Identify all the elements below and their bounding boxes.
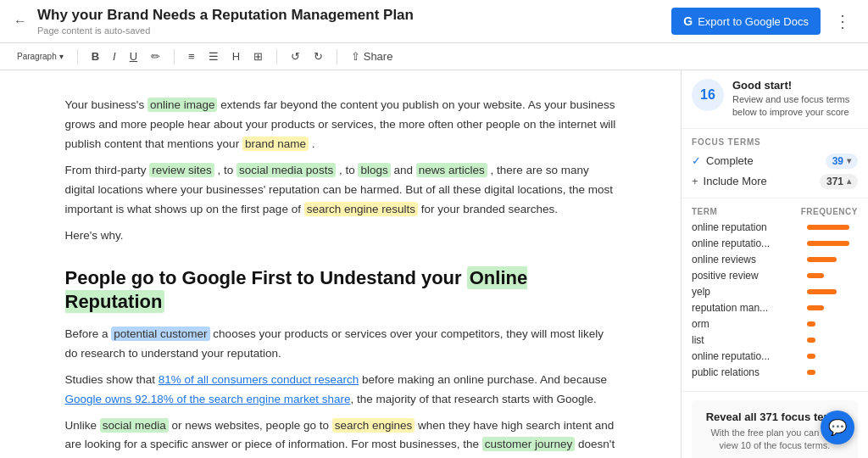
freq-bar [807, 257, 837, 262]
term-name: orm [692, 318, 807, 330]
term-name: online reputation [692, 221, 807, 233]
undo-button[interactable]: ↺ [287, 48, 303, 64]
chat-icon: 💬 [828, 418, 847, 437]
focus-terms-title: FOCUS TERMS [692, 137, 858, 147]
freq-bar-wrap [807, 305, 858, 310]
right-panel: 16 Good start! Review and use focus term… [682, 70, 868, 458]
unordered-list-button[interactable]: ☰ [205, 48, 222, 64]
highlight-customer-journey: customer journey [482, 437, 576, 451]
score-header: 16 Good start! Review and use focus term… [682, 70, 868, 129]
paragraph-label: Paragraph [17, 52, 57, 61]
highlight-social-media-posts: social media posts [236, 163, 336, 177]
term-row: online reputatio... [692, 350, 858, 362]
term-row: positive review [692, 270, 858, 282]
header: ← Why your Brand Needs a Reputation Mana… [0, 0, 868, 43]
score-title: Good start! [732, 79, 858, 92]
freq-bar [807, 321, 815, 327]
highlight-social-media: social media [100, 418, 169, 433]
chat-bubble-button[interactable]: 💬 [821, 411, 854, 444]
image-button[interactable]: ⊞ [250, 48, 266, 64]
toolbar: Paragraph ▾ B I U ✏ ≡ ☰ H ⊞ ↺ ↻ ⇧ Share [0, 43, 868, 70]
freq-bar [807, 354, 815, 359]
highlight-news-articles: news articles [416, 163, 487, 177]
highlight-potential-customer: potential customer [111, 327, 209, 341]
editor-para-1: Your business's online image extends far… [65, 96, 616, 154]
paragraph-dropdown[interactable]: Paragraph ▾ [14, 50, 67, 63]
freq-bar [807, 370, 815, 375]
include-text: Include More [704, 175, 767, 187]
highlight-brand-name-1: brand name [242, 137, 309, 151]
export-button[interactable]: G Export to Google Docs [671, 8, 821, 35]
ordered-list-button[interactable]: ≡ [185, 48, 198, 64]
terms-header: TERM FREQUENCY [692, 207, 858, 216]
freq-bar-wrap [807, 338, 858, 343]
more-options-button[interactable]: ⋮ [831, 8, 854, 35]
term-row: list [692, 334, 858, 346]
editor-para-6: Unlike social media or news websites, pe… [65, 416, 616, 459]
focus-terms-section: FOCUS TERMS ✓ Complete 39 ▾ + Include Mo… [682, 129, 868, 198]
score-desc: Review and use focus terms below to impr… [732, 93, 858, 120]
term-row: online reviews [692, 254, 858, 265]
term-row: online reputatio... [692, 237, 858, 249]
freq-bar-wrap [807, 225, 858, 230]
editor-para-4: Before a potential customer chooses your… [65, 325, 616, 364]
term-row: public relations [692, 366, 858, 378]
bold-button[interactable]: B [88, 48, 103, 64]
complete-count-badge: 39 ▾ [826, 154, 858, 169]
chevron-down-icon: ▾ [847, 156, 851, 165]
export-label: Export to Google Docs [698, 15, 809, 28]
italic-button[interactable]: I [109, 48, 120, 64]
page-title: Why your Brand Needs a Reputation Manage… [37, 7, 661, 24]
plus-icon: + [692, 175, 698, 187]
page-subtitle: Page content is auto-saved [37, 25, 661, 36]
term-row: yelp [692, 286, 858, 298]
include-more-row[interactable]: + Include More 371 ▴ [692, 174, 858, 189]
heading-button[interactable]: H [229, 48, 243, 64]
freq-bar [807, 241, 849, 246]
term-row: orm [692, 318, 858, 330]
complete-row[interactable]: ✓ Complete 39 ▾ [692, 154, 858, 169]
score-text: Good start! Review and use focus terms b… [732, 79, 858, 120]
freq-bar-wrap [807, 370, 858, 375]
freq-bar [807, 305, 824, 310]
editor-para-2: From third-party review sites , to socia… [65, 161, 616, 220]
redo-button[interactable]: ↻ [310, 48, 326, 64]
link-google-market-share[interactable]: Google owns 92.18% of the search engine … [65, 393, 351, 405]
freq-bar-wrap [807, 321, 858, 327]
term-name: online reputatio... [692, 350, 807, 362]
term-name: online reviews [692, 254, 807, 265]
google-icon: G [683, 14, 693, 28]
term-name: positive review [692, 270, 807, 282]
editor-content: Your business's online image extends far… [65, 96, 616, 458]
term-name: public relations [692, 366, 807, 378]
term-name: yelp [692, 286, 807, 298]
freq-bar-wrap [807, 257, 858, 262]
term-name: reputation man... [692, 302, 807, 314]
include-count-badge: 371 ▴ [820, 174, 858, 189]
freq-col-header: FREQUENCY [801, 207, 858, 216]
link-81-percent[interactable]: 81% of all consumers conduct research [159, 373, 359, 386]
highlight-search-engine-results: search engine results [304, 202, 418, 216]
dropdown-icon: ▾ [59, 52, 64, 61]
term-col-header: TERM [692, 207, 717, 216]
freq-bar-wrap [807, 241, 858, 246]
highlight-review-sites: review sites [149, 163, 214, 177]
highlight-online-image: online image [147, 98, 218, 112]
editor-area[interactable]: Your business's online image extends far… [0, 70, 682, 458]
term-row: reputation man... [692, 302, 858, 314]
freq-bar [807, 225, 849, 230]
freq-bar-wrap [807, 354, 858, 359]
freq-bar [807, 338, 815, 343]
share-button[interactable]: ⇧ Share [348, 48, 396, 64]
underline-button[interactable]: U [126, 48, 141, 64]
toolbar-separator [77, 49, 78, 64]
highlight-search-engines: search engines [332, 418, 415, 433]
complete-count: 39 [832, 155, 843, 167]
back-button[interactable]: ← [14, 14, 27, 29]
chevron-up-icon: ▴ [847, 176, 851, 186]
terms-section: TERM FREQUENCY online reputationonline r… [682, 198, 868, 392]
pen-tool-button[interactable]: ✏ [147, 48, 164, 64]
freq-bar [807, 289, 837, 294]
complete-label: ✓ Complete [692, 154, 754, 167]
highlight-blogs: blogs [358, 163, 390, 177]
